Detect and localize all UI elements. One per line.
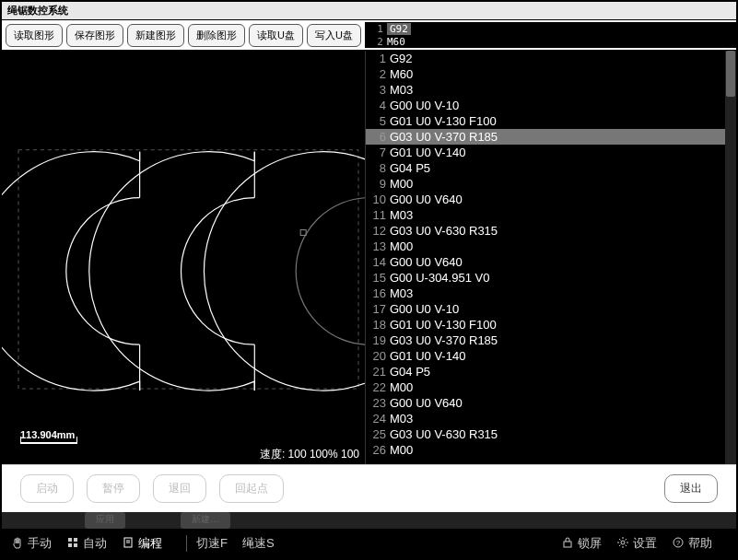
- line-number: 23: [366, 396, 386, 410]
- gcode-line[interactable]: 15G00 U-304.951 V0: [366, 270, 736, 286]
- top-toolbar: 读取图形保存图形新建图形删除图形读取U盘写入U盘 1G922M60: [2, 20, 736, 50]
- gcode-line[interactable]: 26M00: [366, 442, 736, 458]
- line-number: 26: [366, 443, 386, 457]
- line-code: G00 U0 V-10: [390, 99, 459, 112]
- gcode-line[interactable]: 19G03 U0 V-370 R185: [366, 332, 736, 348]
- line-code: G01 U0 V-130 F100: [390, 114, 497, 128]
- gcode-line[interactable]: 20G01 U0 V-140: [366, 348, 736, 364]
- gcode-line[interactable]: 23G00 U0 V640: [366, 395, 736, 411]
- gcode-line[interactable]: 25G03 U0 V-630 R315: [366, 426, 736, 442]
- line-code: M03: [390, 208, 413, 222]
- line-code: G04 P5: [390, 365, 430, 379]
- bottombar-mid-0[interactable]: 切速F: [196, 535, 228, 552]
- divider: [186, 535, 187, 552]
- toolbar-button-5[interactable]: 写入U盘: [307, 24, 361, 47]
- line-code: G03 U0 V-630 R315: [390, 224, 498, 238]
- gcode-line[interactable]: 6G03 U0 V-370 R185: [366, 129, 736, 145]
- line-code: G00 U0 V640: [390, 396, 463, 410]
- line-number: 25: [366, 427, 386, 441]
- svg-rect-15: [564, 542, 571, 547]
- svg-rect-8: [68, 538, 72, 542]
- bottombar-right-0[interactable]: 锁屏: [561, 535, 602, 552]
- gcode-line[interactable]: 14G00 U0 V640: [366, 254, 736, 270]
- line-number: 4: [366, 99, 386, 112]
- control-button-0[interactable]: 启动: [20, 474, 74, 503]
- control-button-3[interactable]: 回起点: [219, 474, 284, 503]
- bottombar-label: 手动: [28, 535, 52, 552]
- gcode-line[interactable]: 12G03 U0 V-630 R315: [366, 223, 736, 239]
- control-button-1[interactable]: 暂停: [87, 474, 140, 503]
- gcode-line[interactable]: 1G92: [366, 51, 736, 66]
- gcode-line[interactable]: 18G01 U0 V-130 F100: [366, 317, 736, 332]
- gcode-line[interactable]: 8G04 P5: [366, 160, 736, 176]
- line-number: 20: [366, 349, 386, 363]
- scrollbar-thumb[interactable]: [726, 51, 735, 97]
- gcode-line[interactable]: 7G01 U0 V-140: [366, 145, 736, 160]
- line-code: G04 P5: [390, 161, 430, 175]
- bottombar-right-1[interactable]: 设置: [616, 535, 657, 552]
- scale-bar: [20, 442, 77, 444]
- toolbar-preview-line: 2M60: [369, 35, 736, 48]
- gcode-line[interactable]: 13M00: [366, 239, 736, 254]
- speed-label: 速度: 100 100% 100: [260, 447, 359, 462]
- bottombar-label: 自动: [83, 535, 107, 552]
- svg-rect-0: [18, 150, 358, 389]
- line-number: 1: [366, 52, 386, 65]
- line-code: M03: [390, 412, 413, 426]
- window-title: 绳锯数控系统: [7, 5, 68, 16]
- gcode-line[interactable]: 22M00: [366, 379, 736, 395]
- toolbar-button-3[interactable]: 删除图形: [188, 24, 245, 47]
- line-code: G03 U0 V-370 R185: [390, 130, 498, 144]
- gcode-line[interactable]: 5G01 U0 V-130 F100: [366, 113, 736, 129]
- drawing-canvas[interactable]: 113.904mm 速度: 100 100% 100: [2, 51, 366, 464]
- line-number: 6: [366, 130, 386, 144]
- line-number: 16: [366, 286, 386, 300]
- line-number: 13: [366, 239, 386, 253]
- control-button-2[interactable]: 退回: [153, 474, 206, 503]
- main-area: 113.904mm 速度: 100 100% 100 1G922M603M034…: [2, 50, 736, 464]
- line-code: M03: [390, 286, 413, 300]
- toolbar-button-2[interactable]: 新建图形: [127, 24, 184, 47]
- gcode-line[interactable]: 11M03: [366, 207, 736, 223]
- vertical-scrollbar[interactable]: [725, 51, 736, 464]
- bottombar-label: 绳速S: [242, 535, 275, 552]
- exit-button[interactable]: 退出: [664, 474, 718, 503]
- gcode-line[interactable]: 9M00: [366, 176, 736, 192]
- gcode-line[interactable]: 4G00 U0 V-10: [366, 98, 736, 113]
- gcode-line[interactable]: 17G00 U0 V-10: [366, 301, 736, 317]
- line-code: G00 U0 V640: [390, 255, 463, 269]
- toolbar-button-4[interactable]: 读取U盘: [249, 24, 303, 47]
- gcode-line[interactable]: 3M03: [366, 82, 736, 98]
- bottombar-label: 设置: [633, 535, 657, 552]
- line-number: 2: [366, 67, 386, 81]
- svg-rect-11: [74, 543, 77, 547]
- line-number: 11: [366, 208, 386, 222]
- scale-label: 113.904mm: [20, 429, 75, 440]
- gcode-line[interactable]: 10G00 U0 V640: [366, 192, 736, 207]
- gcode-line[interactable]: 2M60: [366, 66, 736, 82]
- bottombar-label: 编程: [138, 535, 162, 552]
- toolbar-button-0[interactable]: 读取图形: [6, 24, 63, 47]
- svg-rect-10: [68, 543, 72, 547]
- gcode-panel[interactable]: 1G922M603M034G00 U0 V-105G01 U0 V-130 F1…: [366, 51, 736, 464]
- gcode-line[interactable]: 16M03: [366, 286, 736, 301]
- bottombar-left-2[interactable]: 编程: [122, 535, 162, 552]
- bottombar-label: 切速F: [196, 535, 228, 552]
- line-code: G00 U-304.951 V0: [390, 271, 489, 285]
- gcode-line[interactable]: 24M03: [366, 411, 736, 426]
- bottombar-mid-1[interactable]: 绳速S: [242, 535, 275, 552]
- line-number: 22: [366, 380, 386, 394]
- bottombar-left-1[interactable]: 自动: [66, 535, 107, 552]
- bottombar-left-0[interactable]: 手动: [11, 535, 52, 552]
- toolbar-button-1[interactable]: 保存图形: [66, 24, 123, 47]
- gcode-line[interactable]: 21G04 P5: [366, 364, 736, 379]
- cnc-path-svg: [2, 51, 365, 466]
- svg-point-16: [621, 541, 625, 544]
- line-code: G01 U0 V-140: [390, 146, 465, 159]
- line-number: 7: [366, 146, 386, 159]
- line-number: 18: [366, 318, 386, 332]
- bottombar-right-2[interactable]: ?帮助: [672, 535, 712, 552]
- toolbar-code-preview: 1G922M60: [365, 22, 736, 48]
- control-bar: 启动暂停退回回起点退出: [2, 464, 736, 512]
- line-number: 14: [366, 255, 386, 269]
